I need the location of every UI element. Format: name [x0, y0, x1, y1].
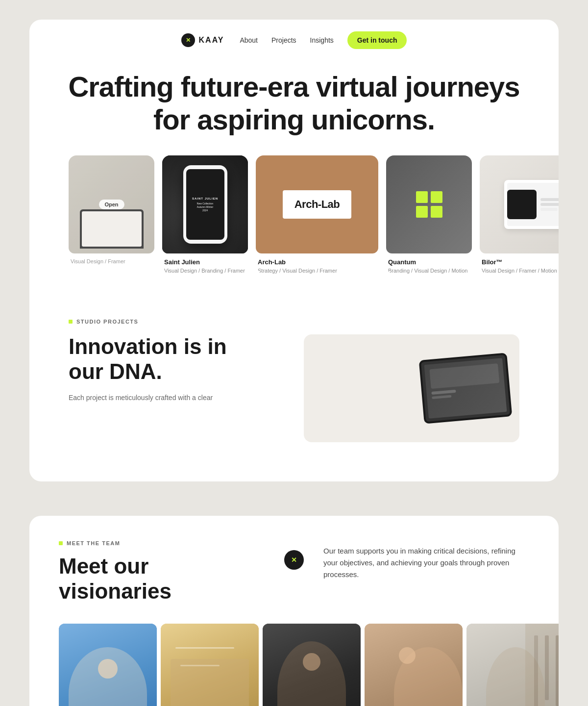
get-in-touch-button[interactable]: Get in touch [347, 31, 407, 49]
navbar: KAAY About Projects Insights Get in touc… [29, 20, 559, 61]
studio-content: Innovation is in our DNA. Each project i… [69, 334, 519, 442]
project-info-quantum: Quantum Branding / Visual Design / Motio… [386, 253, 472, 274]
project-tags-bilor: Visual Design / Framer / Motion [482, 268, 559, 274]
nav-insights[interactable]: Insights [310, 36, 334, 44]
project-tags-furniture: Visual Design / Framer [71, 258, 152, 264]
quantum-sq-3 [416, 206, 428, 218]
project-name-bilor: Bilor™ [482, 258, 559, 266]
logo-icon [181, 33, 195, 47]
logo-text: KAAY [199, 36, 224, 45]
quantum-sq-2 [431, 191, 442, 203]
team-title: Meet our visionaries [59, 554, 265, 604]
nav-links: About Projects Insights Get in touch [240, 31, 407, 49]
phone-screen: SAINT JULIEN New Collection Autumn-Winte… [186, 169, 224, 240]
project-info-saint-julien: Saint Julien Visual Design / Branding / … [162, 253, 248, 274]
studio-desc: Each project is meticulously crafted wit… [69, 392, 284, 403]
project-name-archlab: Arch-Lab [258, 258, 376, 266]
project-info-archlab: Arch-Lab Strategy / Visual Design / Fram… [256, 253, 378, 274]
project-thumb-bilor [480, 155, 559, 253]
kaay-logo-center: ✕ [284, 540, 304, 570]
hero-title: Crafting future-era virtual journeys for… [49, 71, 539, 136]
quantum-sq-1 [416, 191, 428, 203]
studio-title: Innovation is in our DNA. [69, 334, 284, 384]
page-wrapper: KAAY About Projects Insights Get in touc… [0, 0, 588, 706]
project-tags-quantum: Branding / Visual Design / Motion [388, 268, 470, 274]
project-name-saint-julien: Saint Julien [164, 258, 246, 266]
project-card-furniture[interactable]: Open Visual Design / Framer [69, 155, 154, 274]
studio-left: Innovation is in our DNA. Each project i… [69, 334, 284, 403]
project-card-bilor[interactable]: Bilor™ Visual Design / Framer / Motion [480, 155, 559, 274]
team-badge-dot [59, 541, 63, 545]
project-card-saint-julien[interactable]: SAINT JULIEN New Collection Autumn-Winte… [162, 155, 248, 274]
project-tags-archlab: Strategy / Visual Design / Framer [258, 268, 376, 274]
phone-brand: SAINT JULIEN [192, 197, 218, 200]
kaay-center-icon: ✕ [284, 550, 304, 570]
quantum-logo [416, 191, 442, 218]
quantum-sq-4 [431, 206, 442, 218]
team-photo-4 [365, 624, 463, 706]
team-header: MEET THE TEAM Meet our visionaries ✕ Our… [59, 540, 529, 604]
bilor-screen [504, 180, 559, 229]
project-tags-saint-julien: Visual Design / Branding / Framer [164, 268, 246, 274]
archlab-sign: Arch-Lab [283, 190, 352, 219]
phone-mockup: SAINT JULIEN New Collection Autumn-Winte… [183, 165, 227, 244]
team-left: MEET THE TEAM Meet our visionaries [59, 540, 265, 604]
nav-projects[interactable]: Projects [271, 36, 296, 44]
gap-section [29, 496, 559, 501]
team-card: MEET THE TEAM Meet our visionaries ✕ Our… [29, 516, 559, 706]
tablet-mockup-container [304, 334, 519, 442]
furniture-screen [80, 209, 144, 249]
projects-carousel[interactable]: Open Visual Design / Framer SAINT JULIEN… [29, 155, 559, 289]
project-thumb-furniture: Open [69, 155, 154, 253]
team-badge: MEET THE TEAM [59, 540, 265, 546]
studio-right [304, 334, 519, 442]
studio-section: STUDIO PROJECTS Innovation is in our DNA… [29, 289, 559, 481]
team-photo-1 [59, 624, 157, 706]
project-thumb-saint-julien: SAINT JULIEN New Collection Autumn-Winte… [162, 155, 248, 253]
tablet-screen [421, 355, 510, 422]
studio-badge-dot [69, 320, 73, 324]
project-thumb-quantum [386, 155, 472, 253]
hero-text-block: Crafting future-era virtual journeys for… [29, 61, 559, 155]
team-photo-5 [466, 624, 559, 706]
hero-card: KAAY About Projects Insights Get in touc… [29, 20, 559, 481]
team-badge-text: MEET THE TEAM [67, 540, 120, 546]
project-info-furniture: Visual Design / Framer [69, 253, 154, 264]
team-desc: Our team supports you in making critical… [323, 545, 529, 580]
team-photo-3 [263, 624, 361, 706]
team-photos [29, 624, 559, 706]
studio-badge: STUDIO PROJECTS [69, 319, 519, 325]
project-name-quantum: Quantum [388, 258, 470, 266]
logo-area[interactable]: KAAY [181, 33, 224, 47]
phone-collection: New Collection Autumn-Winter 2024 [197, 202, 213, 212]
nav-about[interactable]: About [240, 36, 258, 44]
tablet-mockup [419, 353, 513, 424]
open-badge: Open [98, 200, 124, 209]
project-card-archlab[interactable]: Arch-Lab Arch-Lab Strategy / Visual Desi… [256, 155, 378, 274]
project-card-quantum[interactable]: Quantum Branding / Visual Design / Motio… [386, 155, 472, 274]
project-info-bilor: Bilor™ Visual Design / Framer / Motion [480, 253, 559, 274]
team-photo-2 [161, 624, 259, 706]
studio-badge-text: STUDIO PROJECTS [76, 319, 138, 325]
team-right: Our team supports you in making critical… [323, 540, 529, 580]
project-thumb-archlab: Arch-Lab [256, 155, 378, 253]
